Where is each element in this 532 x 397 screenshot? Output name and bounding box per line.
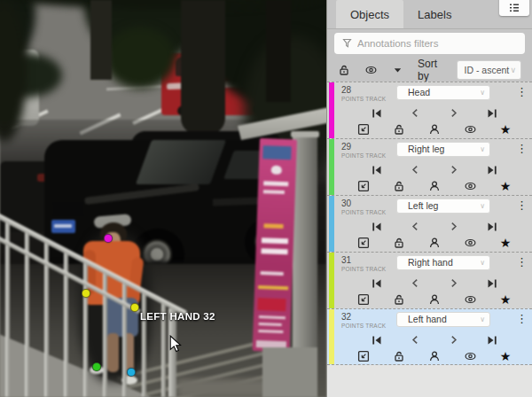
previous-keyframe-button[interactable] xyxy=(410,107,421,119)
tab-labels[interactable]: Labels xyxy=(403,0,466,28)
mouse-cursor xyxy=(169,335,182,353)
next-keyframe-button[interactable] xyxy=(448,221,459,232)
next-keyframe-button[interactable] xyxy=(448,334,459,346)
hidden-toggle-button[interactable] xyxy=(464,180,477,192)
object-menu-button[interactable]: ⋮ xyxy=(516,198,527,212)
last-keyframe-button[interactable] xyxy=(486,107,498,120)
last-keyframe-button[interactable] xyxy=(486,334,498,346)
previous-keyframe-button[interactable] xyxy=(410,221,421,232)
annotation-canvas[interactable]: LEFT HAND 32 xyxy=(0,0,326,397)
sort-select[interactable]: ID - ascent ∨ xyxy=(457,60,522,80)
next-keyframe-icon xyxy=(448,221,459,232)
chevron-down-icon: ∨ xyxy=(480,256,485,269)
last-keyframe-button[interactable] xyxy=(486,277,498,290)
object-menu-button[interactable]: ⋮ xyxy=(516,255,527,269)
hidden-toggle-button[interactable] xyxy=(464,350,477,362)
pinned-icon xyxy=(357,293,370,306)
lock-icon xyxy=(393,293,405,306)
occluded-toggle-button[interactable] xyxy=(428,293,441,306)
previous-keyframe-button[interactable] xyxy=(410,277,421,289)
next-keyframe-button[interactable] xyxy=(448,277,459,289)
panel-menu-button[interactable] xyxy=(499,0,529,16)
object-menu-button[interactable]: ⋮ xyxy=(516,312,527,325)
pinned-toggle-button[interactable] xyxy=(357,237,370,249)
pinned-toggle-button[interactable] xyxy=(357,350,370,362)
pinned-toggle-button[interactable] xyxy=(357,123,370,136)
object-label-value: Head xyxy=(408,87,430,97)
object-label-select[interactable]: Left hand ∨ xyxy=(396,312,490,327)
keypoint-head[interactable] xyxy=(104,234,113,243)
object-menu-button[interactable]: ⋮ xyxy=(516,142,527,155)
keyframe-toggle-button[interactable]: ★ xyxy=(500,180,512,192)
previous-keyframe-button[interactable] xyxy=(410,164,421,175)
object-row-32[interactable]: 32 POINTS TRACK Left hand ∨ ⋮ xyxy=(327,308,532,365)
objects-list: 28 POINTS TRACK Head ∨ ⋮ xyxy=(327,82,532,397)
eye-icon xyxy=(464,350,477,362)
first-keyframe-button[interactable] xyxy=(371,277,383,290)
lock-icon xyxy=(393,180,405,192)
object-row-29[interactable]: 29 POINTS TRACK Right leg ∨ ⋮ xyxy=(327,138,532,195)
object-label-select[interactable]: Right leg ∨ xyxy=(396,142,490,157)
sort-select-value: ID - ascent xyxy=(465,65,510,75)
hidden-toggle-button[interactable] xyxy=(464,237,477,249)
lock-toggle-button[interactable] xyxy=(393,293,405,306)
next-keyframe-button[interactable] xyxy=(448,107,459,119)
keypoint-left-hand[interactable] xyxy=(130,303,139,312)
object-label-select[interactable]: Left leg ∨ xyxy=(396,198,490,214)
pinned-icon xyxy=(357,123,370,136)
annotation-overlay: LEFT HAND 32 xyxy=(0,0,326,397)
first-keyframe-icon xyxy=(371,164,383,176)
eye-icon xyxy=(464,180,477,192)
object-row-30[interactable]: 30 POINTS TRACK Left leg ∨ ⋮ xyxy=(327,195,532,252)
lock-all-button[interactable] xyxy=(338,64,350,76)
pinned-toggle-button[interactable] xyxy=(357,180,370,192)
lock-toggle-button[interactable] xyxy=(393,180,405,192)
object-row-31[interactable]: 31 POINTS TRACK Right hand ∨ ⋮ xyxy=(327,252,532,308)
lock-toggle-button[interactable] xyxy=(393,123,405,136)
object-row-28[interactable]: 28 POINTS TRACK Head ∨ ⋮ xyxy=(327,82,532,138)
occluded-toggle-button[interactable] xyxy=(428,350,441,362)
object-label-select[interactable]: Right hand ∨ xyxy=(396,255,490,270)
object-color-bar xyxy=(329,139,334,195)
expand-all-button[interactable] xyxy=(392,65,403,76)
keyframe-toggle-button[interactable]: ★ xyxy=(500,123,512,136)
previous-keyframe-button[interactable] xyxy=(410,334,421,346)
first-keyframe-button[interactable] xyxy=(371,107,383,120)
object-menu-button[interactable]: ⋮ xyxy=(516,85,527,98)
last-keyframe-icon xyxy=(486,277,498,290)
first-keyframe-button[interactable] xyxy=(371,164,383,176)
object-label-select[interactable]: Head ∨ xyxy=(396,85,490,100)
occluded-icon xyxy=(428,237,441,249)
first-keyframe-button[interactable] xyxy=(371,221,383,233)
occluded-toggle-button[interactable] xyxy=(428,123,441,136)
keypoint-right-hand[interactable] xyxy=(82,289,90,298)
next-keyframe-icon xyxy=(448,277,459,289)
keyframe-toggle-button[interactable]: ★ xyxy=(500,237,512,249)
annotations-filter-input[interactable] xyxy=(334,33,525,54)
tab-objects[interactable]: Objects xyxy=(336,0,403,28)
occluded-toggle-button[interactable] xyxy=(428,180,441,192)
keypoint-left-foot[interactable] xyxy=(127,368,136,377)
lock-toggle-button[interactable] xyxy=(393,350,405,362)
hidden-toggle-button[interactable] xyxy=(464,293,477,306)
next-keyframe-icon xyxy=(448,164,459,175)
eye-icon xyxy=(464,123,477,136)
hide-all-button[interactable] xyxy=(364,64,378,76)
next-keyframe-button[interactable] xyxy=(448,164,459,175)
pinned-toggle-button[interactable] xyxy=(357,293,370,306)
last-keyframe-button[interactable] xyxy=(486,221,498,233)
last-keyframe-icon xyxy=(486,164,498,176)
occluded-toggle-button[interactable] xyxy=(428,237,441,249)
annotations-filter xyxy=(334,33,525,54)
last-keyframe-button[interactable] xyxy=(486,164,498,176)
object-id: 28 xyxy=(341,86,396,95)
first-keyframe-button[interactable] xyxy=(371,334,383,346)
keyframe-toggle-button[interactable]: ★ xyxy=(500,350,512,362)
keyframe-toggle-button[interactable]: ★ xyxy=(500,293,512,306)
object-color-bar xyxy=(329,253,334,308)
previous-keyframe-icon xyxy=(410,107,421,119)
lock-toggle-button[interactable] xyxy=(393,237,405,249)
hidden-toggle-button[interactable] xyxy=(464,123,477,136)
next-keyframe-icon xyxy=(448,334,459,346)
keypoint-right-foot[interactable] xyxy=(92,362,101,371)
